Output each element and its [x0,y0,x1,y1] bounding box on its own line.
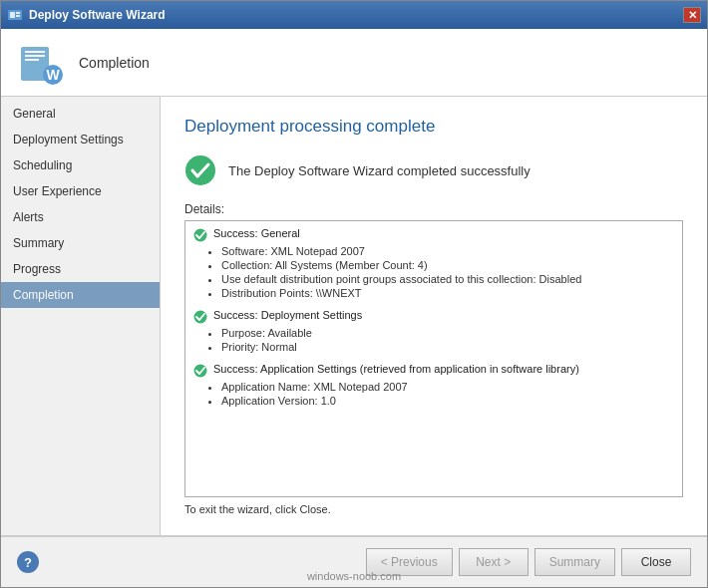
help-button[interactable]: ? [17,551,39,573]
section-title-3: Success: Application Settings (retrieved… [213,363,579,375]
sidebar-item-alerts[interactable]: Alerts [1,204,160,230]
next-button[interactable]: Next > [459,548,529,576]
sidebar-item-deployment-settings[interactable]: Deployment Settings [1,127,160,152]
titlebar: Deploy Software Wizard ✕ [1,1,707,29]
summary-button[interactable]: Summary [534,548,615,576]
wizard-header-icon: W [17,39,65,87]
sidebar-item-completion[interactable]: Completion [1,282,160,308]
sidebar-item-progress[interactable]: Progress [1,256,160,282]
success-banner: The Deploy Software Wizard completed suc… [184,154,683,186]
bullet-item: Collection: All Systems (Member Count: 4… [221,259,674,271]
svg-rect-6 [25,55,45,57]
details-section-general-header: Success: General [193,227,674,242]
svg-rect-1 [10,12,15,18]
app-icon [7,7,23,23]
sidebar-item-general[interactable]: General [1,101,160,127]
header-title: Completion [79,55,150,71]
svg-rect-7 [25,59,39,61]
footer-left: ? [17,551,39,573]
details-section-app-header: Success: Application Settings (retrieved… [193,363,674,378]
bullet-item: Purpose: Available [221,327,674,339]
close-button[interactable]: Close [621,548,691,576]
close-window-button[interactable]: ✕ [683,7,701,23]
bullet-item: Application Version: 1.0 [221,395,674,407]
header-bar: W Completion [1,29,707,97]
success-message: The Deploy Software Wizard completed suc… [228,163,531,178]
svg-text:W: W [46,67,60,83]
main-title: Deployment processing complete [184,117,683,137]
bullet-item: Priority: Normal [221,341,674,353]
details-label: Details: [184,202,683,216]
section-title-1: Success: General [213,227,300,239]
details-section-deployment: Success: Deployment Settings Purpose: Av… [193,309,674,353]
footer: ? < Previous Next > Summary Close [1,535,707,587]
window-title: Deploy Software Wizard [29,8,166,22]
details-section-app: Success: Application Settings (retrieved… [193,363,674,407]
sidebar-item-scheduling[interactable]: Scheduling [1,152,160,178]
section-bullets-1: Software: XML Notepad 2007 Collection: A… [193,245,674,299]
svg-rect-3 [16,15,20,17]
exit-hint: To exit the wizard, click Close. [184,503,683,515]
sidebar-item-summary[interactable]: Summary [1,230,160,256]
details-section-general: Success: General Software: XML Notepad 2… [193,227,674,299]
details-section-deployment-header: Success: Deployment Settings [193,309,674,324]
details-box[interactable]: Success: General Software: XML Notepad 2… [184,220,683,497]
svg-rect-5 [25,51,45,53]
main-content: Deployment processing complete The Deplo… [161,97,707,535]
svg-rect-2 [16,12,20,14]
section-success-icon-2 [193,310,207,324]
success-checkmark-icon [184,154,216,186]
bullet-item: Software: XML Notepad 2007 [221,245,674,257]
section-bullets-2: Purpose: Available Priority: Normal [193,327,674,353]
footer-right: < Previous Next > Summary Close [366,548,691,576]
content-area: General Deployment Settings Scheduling U… [1,97,707,535]
sidebar-item-user-experience[interactable]: User Experience [1,178,160,204]
bullet-item: Application Name: XML Notepad 2007 [221,381,674,393]
section-bullets-3: Application Name: XML Notepad 2007 Appli… [193,381,674,407]
section-success-icon-3 [193,364,207,378]
sidebar: General Deployment Settings Scheduling U… [1,97,161,535]
svg-point-10 [185,155,215,185]
previous-button[interactable]: < Previous [366,548,453,576]
bullet-item: Distribution Points: \\WNEXT [221,287,674,299]
section-title-2: Success: Deployment Settings [213,309,362,321]
wizard-window: Deploy Software Wizard ✕ W Completion Ge… [0,0,708,588]
titlebar-left: Deploy Software Wizard [7,7,166,23]
bullet-item: Use default distribution point groups as… [221,273,674,285]
section-success-icon-1 [193,228,207,242]
